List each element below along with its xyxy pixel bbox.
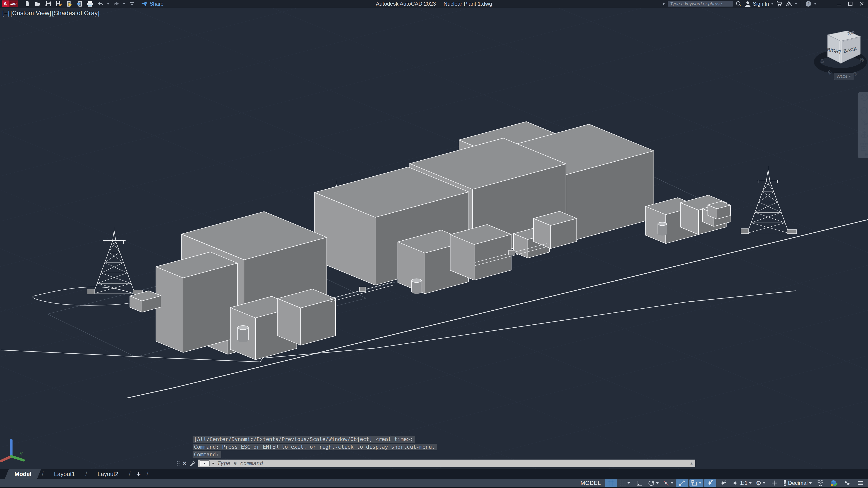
grid-display-button[interactable]	[605, 480, 617, 487]
units-button[interactable]: Decimal	[781, 480, 813, 487]
clean-screen-icon	[844, 480, 850, 486]
hamburger-icon	[857, 480, 864, 486]
window-close-button[interactable]	[857, 0, 866, 7]
qat-open-button[interactable]	[34, 1, 41, 7]
workspace-switching-button[interactable]: ⚙	[754, 480, 767, 487]
polar-tracking-button[interactable]	[646, 480, 660, 487]
layout-tabs-bar: Model / Layout1 / Layout2 / + /	[0, 469, 868, 479]
qat-open-web-mobile-button[interactable]	[66, 1, 73, 7]
annotation-monitor-button[interactable]	[768, 480, 780, 487]
new-layout-button[interactable]: +	[136, 470, 141, 478]
isodraft-caret[interactable]	[671, 482, 673, 484]
qat-customize-button[interactable]	[128, 1, 135, 7]
save-as-icon	[55, 1, 62, 7]
object-snap-button[interactable]	[689, 480, 703, 487]
window-minimize-button[interactable]	[835, 0, 844, 7]
tab-layout1[interactable]: Layout1	[46, 469, 83, 479]
osnap-square-icon	[691, 480, 698, 486]
svg-text:?: ?	[807, 2, 809, 6]
command-line-drag-handle[interactable]	[177, 461, 180, 466]
polar-icon	[648, 480, 655, 486]
viewcube-wcs-button[interactable]: WCS	[834, 73, 854, 80]
autocad-logo-badge: CAD	[8, 0, 18, 7]
undo-dropdown-caret[interactable]	[107, 3, 110, 4]
command-history-line: Command: Press ESC or ENTER to exit, or …	[193, 444, 437, 450]
osnap-caret[interactable]	[699, 482, 702, 484]
help-icon: ?	[805, 1, 811, 7]
command-input[interactable]	[217, 460, 687, 467]
redo-dropdown-caret[interactable]	[123, 3, 125, 4]
command-line-customize-icon[interactable]	[189, 460, 195, 466]
showmotion-icon[interactable]	[861, 143, 863, 145]
redo-icon	[113, 1, 119, 6]
osnap-tracking-icon	[679, 480, 685, 486]
title-bar: A CAD	[0, 0, 868, 8]
command-scroll-caret[interactable]: ▲	[690, 461, 693, 465]
app-store-button[interactable]	[776, 1, 783, 7]
autoscale-button[interactable]	[717, 480, 730, 487]
sign-in-button[interactable]: Sign In	[745, 1, 769, 7]
pan-icon[interactable]	[860, 107, 866, 114]
help-caret[interactable]	[814, 3, 816, 4]
share-plane-icon	[141, 1, 148, 7]
tab-layout2[interactable]: Layout2	[90, 469, 126, 479]
annotation-scale-button[interactable]: 1:1	[731, 480, 753, 487]
tab-model[interactable]: Model	[7, 469, 39, 479]
window-maximize-button[interactable]	[846, 0, 855, 7]
grid-icon	[608, 480, 614, 486]
search-expand-caret[interactable]	[663, 2, 665, 6]
search-input[interactable]	[668, 1, 733, 6]
command-input-field[interactable]: >_ ▲	[198, 459, 695, 467]
qat-undo-button[interactable]	[97, 1, 104, 7]
search-button[interactable]	[735, 1, 742, 7]
app-title: Autodesk AutoCAD 2023	[376, 1, 436, 7]
navigation-bar[interactable]	[858, 92, 868, 158]
workspace-caret[interactable]	[763, 482, 765, 484]
units-caret[interactable]	[809, 482, 812, 484]
isometric-drafting-button[interactable]	[661, 480, 675, 487]
qat-save-as-button[interactable]	[55, 1, 62, 7]
annotation-visibility-button[interactable]	[704, 480, 716, 487]
annotation-scale-caret[interactable]	[749, 482, 752, 484]
model-space-toggle[interactable]: MODEL	[578, 480, 603, 487]
snap-caret[interactable]	[627, 482, 630, 484]
sign-in-caret[interactable]	[771, 3, 774, 4]
qat-save-button[interactable]	[45, 1, 52, 7]
snap-mode-button[interactable]	[618, 480, 632, 487]
autocad-logo[interactable]: A CAD	[2, 0, 18, 7]
document-title: Nuclear Plant 1.dwg	[443, 1, 492, 7]
isodraft-icon	[663, 480, 669, 486]
object-snap-tracking-button[interactable]	[676, 480, 688, 487]
open-folder-icon	[35, 1, 41, 7]
customization-button[interactable]	[855, 480, 867, 487]
command-line-close-icon[interactable]: ✕	[182, 460, 187, 466]
viewport-minimize-control[interactable]: [−]	[2, 9, 9, 17]
titlebar-divider	[801, 1, 801, 6]
visual-style-control[interactable]: [Shades of Gray]	[52, 9, 99, 17]
new-file-icon	[25, 1, 31, 7]
qat-new-button[interactable]	[24, 1, 31, 7]
qat-save-web-mobile-button[interactable]	[76, 1, 83, 7]
command-recent-caret[interactable]	[212, 463, 215, 464]
help-button[interactable]: ?	[805, 1, 812, 7]
close-icon	[860, 2, 864, 6]
tab-separator: /	[42, 470, 43, 478]
drawing-canvas[interactable]	[0, 0, 868, 488]
view-control[interactable]: [Custom View]	[10, 9, 51, 17]
isolate-objects-button[interactable]	[814, 480, 827, 487]
svg-text:Y: Y	[20, 451, 23, 457]
annotation-visibility-icon	[707, 480, 714, 486]
clean-screen-button[interactable]	[841, 480, 853, 487]
polar-caret[interactable]	[656, 482, 659, 484]
qat-plot-button[interactable]	[86, 1, 94, 7]
qat-redo-button[interactable]	[113, 1, 120, 7]
ortho-mode-button[interactable]	[633, 480, 645, 487]
share-button[interactable]: Share	[141, 1, 163, 7]
autodesk-account-button[interactable]	[785, 1, 793, 7]
graphics-performance-button[interactable]	[828, 480, 840, 487]
viewport-controls: [−] [Custom View] [Shades of Gray]	[2, 9, 99, 17]
autodesk-caret[interactable]	[795, 3, 797, 4]
user-icon	[745, 1, 751, 7]
nav-wheel-caret[interactable]	[864, 103, 865, 104]
plus-icon	[771, 480, 777, 486]
